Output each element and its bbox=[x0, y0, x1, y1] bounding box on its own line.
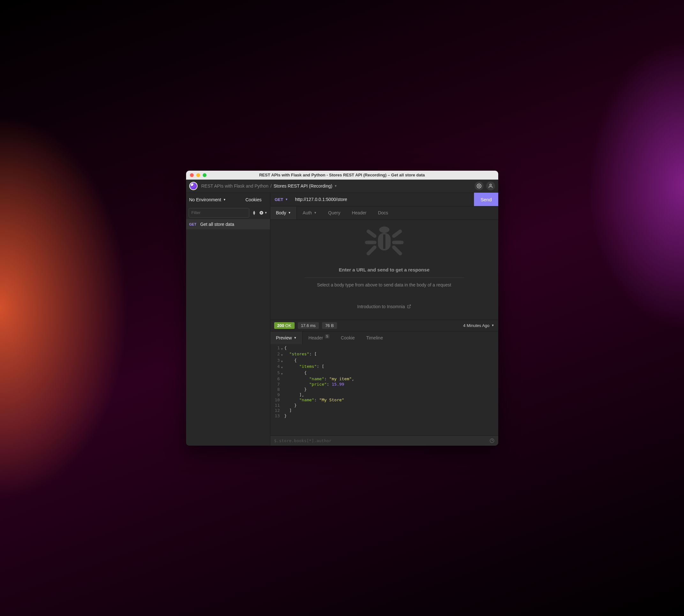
tab-label: Auth bbox=[303, 210, 312, 215]
status-code-badge: 200 OK bbox=[274, 322, 295, 329]
cookies-button[interactable]: Cookies bbox=[240, 197, 268, 202]
request-tabs: Body ▼ Auth ▼ Query Header Docs bbox=[270, 206, 498, 220]
response-time-badge: 17.6 ms bbox=[298, 322, 319, 329]
json-line: 3▼ { bbox=[270, 358, 498, 364]
user-icon bbox=[488, 183, 493, 189]
status-code: 200 bbox=[277, 323, 284, 328]
intro-link[interactable]: Introduction to Insomnia bbox=[357, 304, 411, 309]
chevron-down-icon: ▼ bbox=[223, 198, 226, 201]
json-line: 11 } bbox=[270, 403, 498, 408]
method-label: GET bbox=[275, 197, 283, 202]
request-body-empty: Enter a URL and send to get a response S… bbox=[270, 220, 498, 320]
intro-link-label: Introduction to Insomnia bbox=[357, 304, 405, 309]
response-json-viewer[interactable]: 1▼{2▼ "stores": [3▼ {4▼ "items": [5▼ {6 … bbox=[270, 344, 498, 436]
tab-label: Preview bbox=[276, 335, 292, 340]
account-button[interactable] bbox=[486, 181, 495, 191]
url-input[interactable] bbox=[292, 197, 474, 202]
tab-preview[interactable]: Preview ▼ bbox=[270, 331, 303, 344]
svg-point-3 bbox=[379, 226, 389, 233]
breadcrumb: REST APIs with Flask and Python / Stores… bbox=[201, 183, 337, 189]
settings-button[interactable] bbox=[475, 181, 484, 191]
help-icon[interactable] bbox=[490, 438, 494, 443]
maximize-window-button[interactable] bbox=[203, 173, 207, 177]
main-toolbar: REST APIs with Flask and Python / Stores… bbox=[186, 180, 498, 193]
titlebar: REST APIs with Flask and Python - Stores… bbox=[186, 171, 498, 180]
chevron-down-icon: ▼ bbox=[264, 211, 268, 214]
send-button[interactable]: Send bbox=[474, 193, 498, 206]
json-line: 10 "name": "My Store" bbox=[270, 397, 498, 403]
json-line: 13} bbox=[270, 414, 498, 419]
chevron-down-icon: ▼ bbox=[492, 324, 494, 327]
tab-label: Body bbox=[276, 210, 286, 215]
external-link-icon bbox=[407, 304, 411, 308]
breadcrumb-separator: / bbox=[270, 183, 272, 189]
window-title: REST APIs with Flask and Python - Stores… bbox=[186, 173, 498, 177]
json-line: 2▼ "stores": [ bbox=[270, 352, 498, 358]
chevron-down-icon: ▼ bbox=[285, 198, 288, 201]
tab-header[interactable]: Header bbox=[346, 206, 372, 219]
tab-label: Timeline bbox=[366, 335, 383, 340]
jsonpath-input[interactable] bbox=[274, 438, 490, 443]
json-line: 1▼{ bbox=[270, 346, 498, 352]
close-window-button[interactable] bbox=[190, 173, 194, 177]
sort-toggle[interactable]: ▲▼ bbox=[253, 211, 256, 215]
url-bar: GET ▼ Send bbox=[270, 193, 498, 206]
breadcrumb-collection[interactable]: Stores REST API (Recording) bbox=[274, 183, 332, 189]
tab-label: Docs bbox=[378, 210, 388, 215]
header-count-badge: 5 bbox=[325, 334, 329, 338]
tab-label: Cookie bbox=[341, 335, 355, 340]
tab-docs[interactable]: Docs bbox=[372, 206, 394, 219]
insomnia-logo-icon[interactable] bbox=[189, 182, 197, 190]
tab-label: Header bbox=[308, 335, 323, 340]
bug-icon bbox=[364, 222, 405, 260]
response-pane: 200 OK 17.6 ms 76 B 4 Minutes Ago ▼ Prev… bbox=[270, 320, 498, 446]
gear-icon bbox=[476, 183, 482, 189]
json-line: 5▼ { bbox=[270, 370, 498, 377]
chevron-down-icon[interactable]: ▼ bbox=[334, 184, 337, 188]
tab-response-header[interactable]: Header 5 bbox=[303, 331, 335, 344]
filter-input[interactable] bbox=[189, 208, 249, 218]
json-line: 9 ], bbox=[270, 392, 498, 398]
json-line: 4▼ "items": [ bbox=[270, 364, 498, 370]
jsonpath-bar bbox=[270, 436, 498, 446]
tab-cookie[interactable]: Cookie bbox=[335, 331, 361, 344]
response-age[interactable]: 4 Minutes Ago ▼ bbox=[463, 323, 494, 328]
environment-label: No Environment bbox=[189, 197, 221, 202]
plus-circle-icon bbox=[259, 211, 264, 215]
response-size-badge: 76 B bbox=[322, 322, 337, 329]
tab-body[interactable]: Body ▼ bbox=[270, 206, 297, 219]
divider bbox=[304, 278, 464, 278]
request-method-badge: GET bbox=[189, 222, 197, 226]
minimize-window-button[interactable] bbox=[196, 173, 200, 177]
tab-query[interactable]: Query bbox=[322, 206, 346, 219]
svg-point-0 bbox=[478, 185, 480, 186]
response-status-bar: 200 OK 17.6 ms 76 B 4 Minutes Ago ▼ bbox=[270, 320, 498, 331]
request-name: Get all store data bbox=[200, 222, 234, 227]
tab-auth[interactable]: Auth ▼ bbox=[297, 206, 322, 219]
request-list-item[interactable]: GET Get all store data bbox=[186, 219, 270, 229]
empty-state-title: Enter a URL and send to get a response bbox=[339, 267, 430, 272]
svg-line-6 bbox=[409, 305, 410, 307]
empty-state-subtitle: Select a body type from above to send da… bbox=[317, 282, 451, 287]
sidebar: No Environment ▼ Cookies ▲▼ ▼ GET Get al… bbox=[186, 193, 270, 446]
environment-selector[interactable]: No Environment ▼ bbox=[189, 197, 240, 202]
json-line: 7 "price": 15.99 bbox=[270, 382, 498, 387]
app-window: REST APIs with Flask and Python - Stores… bbox=[186, 171, 498, 446]
chevron-down-icon: ▼ bbox=[294, 336, 297, 339]
window-controls bbox=[190, 173, 207, 177]
method-selector[interactable]: GET ▼ bbox=[270, 197, 293, 202]
breadcrumb-project[interactable]: REST APIs with Flask and Python bbox=[201, 183, 269, 189]
json-line: 12 ] bbox=[270, 408, 498, 414]
tab-label: Query bbox=[328, 210, 340, 215]
svg-point-1 bbox=[490, 184, 491, 186]
tab-timeline[interactable]: Timeline bbox=[360, 331, 388, 344]
chevron-down-icon: ▼ bbox=[314, 211, 317, 214]
tab-label: Header bbox=[352, 210, 366, 215]
chevron-down-icon: ▼ bbox=[288, 211, 291, 214]
json-line: 8 } bbox=[270, 387, 498, 392]
svg-rect-5 bbox=[383, 235, 385, 249]
response-tabs: Preview ▼ Header 5 Cookie Timeline bbox=[270, 331, 498, 344]
status-text: OK bbox=[285, 323, 292, 328]
new-request-button[interactable]: ▼ bbox=[259, 211, 268, 215]
content-area: GET ▼ Send Body ▼ Auth ▼ Query Header Do… bbox=[270, 193, 498, 446]
